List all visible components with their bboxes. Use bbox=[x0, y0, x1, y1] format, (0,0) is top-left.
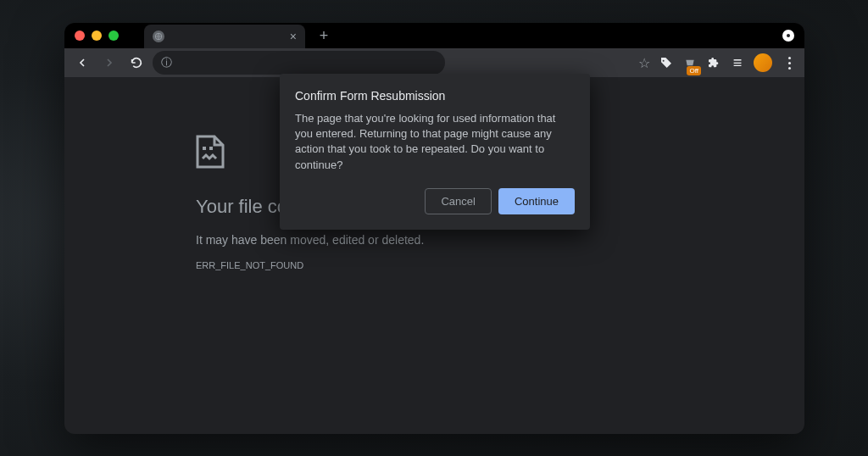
dialog-body: The page that you're looking for used in… bbox=[295, 111, 575, 173]
browser-tab[interactable]: × bbox=[144, 25, 305, 48]
address-bar[interactable]: ⓘ bbox=[153, 51, 445, 75]
svg-point-1 bbox=[787, 34, 790, 37]
extension-off-icon[interactable]: Off bbox=[682, 55, 698, 70]
off-badge: Off bbox=[687, 66, 701, 75]
cancel-button[interactable]: Cancel bbox=[425, 188, 491, 214]
chrome-menu-button[interactable] bbox=[781, 57, 798, 70]
site-info-icon[interactable]: ⓘ bbox=[161, 55, 172, 70]
svg-rect-2 bbox=[203, 147, 206, 150]
titlebar-right bbox=[782, 30, 794, 42]
back-button[interactable] bbox=[71, 52, 93, 74]
new-tab-button[interactable]: + bbox=[315, 27, 332, 44]
account-sync-icon[interactable] bbox=[782, 30, 794, 42]
bookmark-star-icon[interactable]: ☆ bbox=[638, 55, 650, 71]
confirm-resubmission-dialog: Confirm Form Resubmission The page that … bbox=[280, 74, 590, 230]
window-minimize-button[interactable] bbox=[92, 31, 102, 41]
reading-list-icon[interactable]: ≡ bbox=[730, 55, 745, 70]
tab-row: × + bbox=[144, 24, 782, 47]
error-code: ERR_FILE_NOT_FOUND bbox=[196, 260, 804, 270]
reload-button[interactable] bbox=[125, 52, 147, 74]
toolbar: ⓘ ☆ Off ≡ bbox=[64, 48, 804, 77]
dialog-title: Confirm Form Resubmission bbox=[295, 89, 575, 103]
toolbar-right: ☆ Off ≡ bbox=[638, 53, 798, 72]
titlebar: × + bbox=[64, 23, 804, 48]
svg-rect-3 bbox=[209, 147, 213, 150]
window-maximize-button[interactable] bbox=[108, 31, 119, 41]
error-subtitle: It may have been moved, edited or delete… bbox=[196, 233, 804, 247]
continue-button[interactable]: Continue bbox=[498, 188, 575, 214]
globe-icon bbox=[153, 31, 164, 42]
window-close-button[interactable] bbox=[75, 31, 85, 41]
extensions-puzzle-icon[interactable] bbox=[706, 55, 721, 70]
tab-close-button[interactable]: × bbox=[290, 30, 297, 43]
dialog-buttons: Cancel Continue bbox=[295, 188, 575, 214]
tag-icon[interactable] bbox=[659, 55, 674, 70]
browser-window: × + ⓘ ☆ bbox=[64, 23, 804, 434]
forward-button[interactable] bbox=[98, 52, 120, 74]
profile-avatar[interactable] bbox=[754, 53, 772, 72]
traffic-lights bbox=[75, 31, 119, 41]
